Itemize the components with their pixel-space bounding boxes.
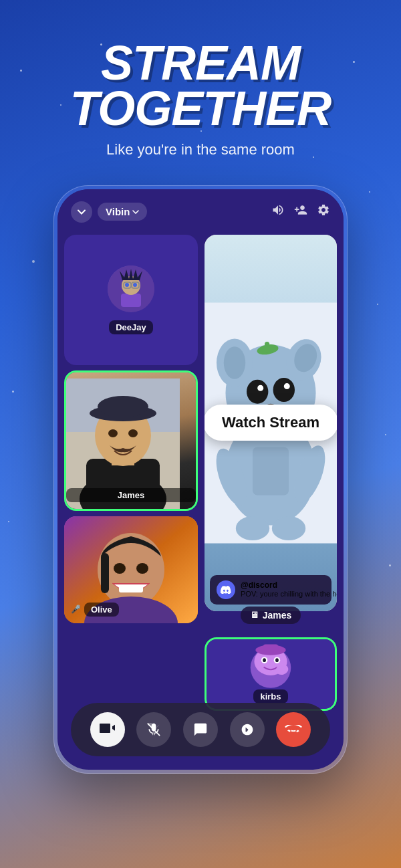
james-streaming-badge: 🖥 James: [205, 607, 337, 629]
phone-screen: Vibin: [57, 189, 344, 770]
svg-rect-20: [101, 553, 109, 593]
svg-point-4: [133, 283, 137, 287]
svg-point-3: [125, 283, 129, 287]
subtitle: Like you're in the same room: [0, 141, 401, 158]
mute-icon: 🎤: [71, 605, 81, 614]
camera-button[interactable]: [90, 712, 125, 747]
svg-point-34: [247, 379, 268, 403]
add-user-icon[interactable]: [294, 203, 307, 220]
svg-rect-33: [265, 342, 269, 352]
svg-rect-44: [253, 447, 289, 495]
kirbs-content: kirbs: [207, 689, 335, 703]
discord-content: @discord POV: youre chilling with the ho…: [241, 580, 337, 598]
right-column: Watch Stream @discord P: [205, 235, 337, 711]
olive-tile: 🎤 Olive: [64, 516, 198, 623]
stream-content: Watch Stream @discord P: [205, 235, 337, 611]
svg-point-52: [263, 658, 266, 662]
phone-outer-shell: Vibin: [53, 185, 348, 774]
svg-rect-23: [119, 584, 143, 592]
top-bar-left: Vibin: [71, 201, 147, 223]
kirbs-tile: kirbs: [205, 637, 337, 711]
svg-point-35: [273, 378, 295, 402]
phone-mockup: Vibin: [0, 185, 401, 774]
deejay-avatar: [108, 265, 154, 312]
main-content: DeeJay: [57, 229, 344, 716]
james-label: James: [66, 488, 196, 502]
main-title: STREAM TOGETHER: [0, 40, 401, 132]
settings-icon[interactable]: [317, 203, 330, 220]
channel-name-badge[interactable]: Vibin: [98, 203, 147, 221]
left-column: DeeJay: [64, 235, 198, 711]
streaming-label: 🖥 James: [241, 607, 301, 624]
header-section: STREAM TOGETHER Like you're in the same …: [0, 0, 401, 172]
deejay-label: DeeJay: [109, 320, 153, 334]
svg-point-42: [236, 516, 269, 540]
deejay-tile: DeeJay: [64, 235, 198, 365]
svg-rect-49: [263, 644, 279, 651]
svg-point-16: [108, 429, 118, 437]
top-bar: Vibin: [57, 189, 344, 229]
svg-point-31: [224, 346, 245, 379]
svg-point-53: [275, 658, 279, 662]
mute-button[interactable]: [136, 712, 171, 747]
discord-logo: [217, 580, 235, 599]
chevron-button[interactable]: [71, 201, 92, 223]
james-tile: James: [64, 370, 198, 511]
monitor-icon: 🖥: [250, 610, 259, 620]
discord-overlay: @discord POV: youre chilling with the ho…: [210, 575, 331, 605]
svg-point-37: [284, 383, 290, 389]
bottom-toolbar: [71, 703, 330, 756]
boost-button[interactable]: [230, 712, 265, 747]
svg-point-36: [257, 385, 263, 391]
watch-stream-button[interactable]: Watch Stream: [205, 405, 337, 441]
top-bar-right: [271, 203, 330, 220]
svg-point-43: [272, 516, 305, 540]
end-call-button[interactable]: [276, 712, 311, 747]
svg-point-17: [128, 429, 138, 437]
svg-point-15: [98, 396, 148, 417]
svg-point-21: [114, 563, 126, 574]
olive-label: 🎤 Olive: [71, 603, 119, 617]
svg-rect-1: [121, 294, 141, 307]
svg-point-22: [136, 563, 148, 574]
chat-button[interactable]: [183, 712, 218, 747]
speaker-icon[interactable]: [271, 203, 285, 220]
stream-tile: Watch Stream @discord P: [205, 235, 337, 611]
